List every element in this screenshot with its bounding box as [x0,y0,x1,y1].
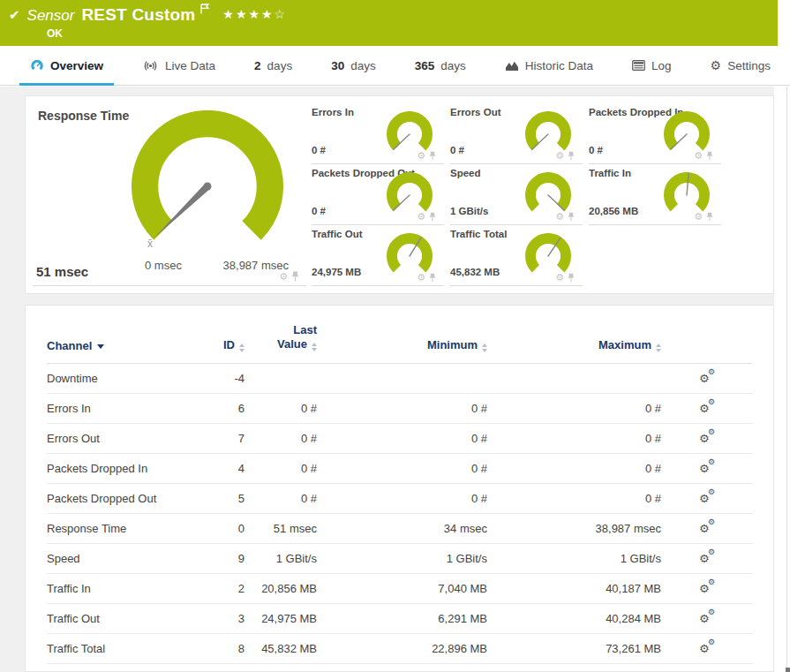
last-value-cell: 45,832 MB [245,633,317,663]
last-value-cell: 1 GBit/s [245,543,317,573]
channel-name-cell: Speed [47,543,199,573]
tab-label: Log [651,59,672,72]
maximum-cell: 0 # [487,423,661,453]
gauge-value: 1 GBit/s [450,206,488,216]
tab-historic-data[interactable]: Historic Data [498,46,600,85]
channel-name-cell: Traffic Total [47,633,199,663]
pin-icon[interactable] [706,151,713,161]
table-row[interactable]: Packets Dropped Out50 #0 #0 #⚙⚙ [47,483,753,513]
resize-grip [786,668,790,672]
tab-2-days[interactable]: 2days [247,46,299,85]
gauge-title: Traffic Total [450,229,507,239]
table-row[interactable]: Downtime-4⚙⚙ [47,363,753,393]
channel-settings-icon[interactable]: ⚙⚙ [699,519,715,534]
gauge-value: 0 # [312,206,326,216]
table-row[interactable]: Errors Out70 #0 #0 #⚙⚙ [47,423,753,453]
column-header-id[interactable]: ID [199,309,245,363]
main-gauge-value: 51 msec [36,264,88,279]
gear-icon[interactable]: ⚙ [694,212,703,222]
gauge-value: 0 # [589,145,603,155]
gauge-cell-traffic-total: Traffic Total45,832 MB⚙ [450,225,583,286]
channel-id-cell: 2 [199,573,245,603]
right-gutter [774,87,790,672]
pin-icon[interactable] [429,212,436,222]
column-header-maximum[interactable]: Maximum [487,309,661,363]
gear-icon[interactable]: ⚙ [279,272,288,282]
gear-icon[interactable]: ⚙ [555,273,564,283]
table-row[interactable]: Errors In60 #0 #0 #⚙⚙ [47,393,753,423]
gauge-title: Traffic In [589,168,631,178]
gauge-title: Errors Out [450,107,501,117]
sensor-kind-label: Sensor [27,7,75,25]
gear-icon[interactable]: ⚙ [417,151,425,161]
last-value-cell: 24,975 MB [245,603,317,633]
star-rating[interactable]: ★★★★☆ [222,7,287,21]
sort-icon [482,344,487,352]
channel-settings-icon[interactable]: ⚙⚙ [699,639,715,654]
tab-number: 30 [331,59,344,72]
column-header-minimum[interactable]: Minimum [317,309,487,363]
column-header-last-value[interactable]: Last Value [245,309,317,363]
gauge-title: Traffic Out [312,229,363,239]
tab-label: Live Data [165,59,215,72]
channel-settings-icon[interactable]: ⚙⚙ [699,429,715,444]
table-row[interactable]: Speed91 GBit/s1 GBit/s1 GBit/s⚙⚙ [47,543,753,573]
gauge-cell-packets-dropped-out: Packets Dropped Out0 #⚙ [312,164,444,225]
sort-icon [656,344,661,352]
channel-id-cell: 4 [199,453,245,483]
gear-icon[interactable]: ⚙ [417,212,425,222]
flag-icon[interactable] [200,2,210,18]
channel-settings-icon[interactable]: ⚙⚙ [699,399,715,414]
gear-icon[interactable]: ⚙ [555,151,564,161]
pin-icon[interactable] [568,151,575,161]
tab-label: Settings [727,59,771,72]
channel-settings-icon[interactable]: ⚙⚙ [699,579,715,594]
gear-icon[interactable]: ⚙ [417,273,425,283]
channel-settings-icon[interactable]: ⚙⚙ [699,459,715,474]
column-header-actions [661,309,753,363]
channel-name-cell: Downtime [47,363,199,393]
sort-desc-icon [97,344,104,349]
table-row[interactable]: Response Time051 msec34 msec38,987 msec⚙… [47,513,753,543]
tab-30-days[interactable]: 30days [324,46,383,85]
pin-icon[interactable] [568,273,575,283]
channel-name-cell: Traffic Out [47,603,199,633]
tab-overview[interactable]: Overview [23,46,110,85]
tab-365-days[interactable]: 365days [408,46,473,85]
tab-settings[interactable]: ⚙Settings [703,46,778,85]
channel-settings-icon[interactable]: ⚙⚙ [699,369,715,384]
table-row[interactable]: Traffic In220,856 MB7,040 MB40,187 MB⚙⚙ [47,573,753,603]
maximum-cell: 73,261 MB [487,633,661,663]
column-header-channel[interactable]: Channel [47,309,199,363]
table-row[interactable]: Traffic Total845,832 MB22,896 MB73,261 M… [47,633,753,663]
tab-label: days [267,59,293,72]
channel-settings-icon[interactable]: ⚙⚙ [699,489,715,504]
gauge-title: Speed [450,168,481,178]
pin-icon[interactable] [429,151,436,161]
pin-icon[interactable] [568,212,575,222]
table-row[interactable]: Packets Dropped In40 #0 #0 #⚙⚙ [47,453,753,483]
pin-icon[interactable] [706,212,713,222]
content-area: Response Time x̄ 0 msec 38,987 msec 51 m… [0,87,774,672]
pin-icon[interactable] [429,273,436,283]
tab-number: 2 [254,59,261,72]
pin-icon[interactable] [291,271,299,282]
table-row[interactable]: Traffic Out324,975 MB6,291 MB40,284 MB⚙⚙ [47,603,753,633]
gear-icon[interactable]: ⚙ [694,151,703,161]
main-gauge-title: Response Time [38,109,129,123]
gear-icon: ⚙ [711,59,722,72]
minimum-cell: 34 msec [317,513,487,543]
sort-icon [312,343,317,351]
last-value-cell: 0 # [245,393,317,423]
channel-table: Channel ID Last Value Minimum Maximum [47,309,753,664]
gauge-min-label: 0 msec [145,259,182,272]
tab-log[interactable]: Log [625,46,679,85]
gear-icon[interactable]: ⚙ [555,212,564,222]
channel-settings-icon[interactable]: ⚙⚙ [699,609,715,624]
channel-id-cell: 8 [199,633,245,663]
gauge-value: 45,832 MB [450,267,500,277]
minimum-cell: 0 # [317,483,487,513]
tab-live-data[interactable]: Live Data [135,46,222,85]
channel-settings-icon[interactable]: ⚙⚙ [699,549,715,564]
maximum-cell: 0 # [487,483,661,513]
